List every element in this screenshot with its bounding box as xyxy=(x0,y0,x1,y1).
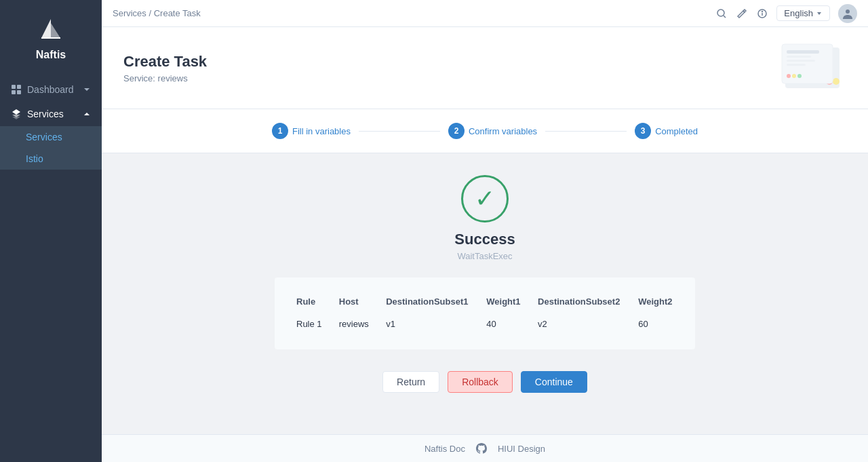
success-title: Success xyxy=(454,231,515,248)
info-icon[interactable] xyxy=(756,7,768,20)
svg-rect-4 xyxy=(17,85,21,89)
svg-rect-24 xyxy=(787,60,815,62)
svg-marker-0 xyxy=(41,19,51,38)
svg-line-8 xyxy=(724,16,726,18)
sidebar: Naftis Dashboard Servi xyxy=(0,0,102,462)
cell-w2: 60 xyxy=(630,312,682,336)
breadcrumb: Services / Create Task xyxy=(113,8,201,18)
svg-rect-22 xyxy=(787,50,819,54)
success-section: ✓ Success WaitTaskExec xyxy=(454,175,515,261)
sidebar-item-dashboard-label: Dashboard xyxy=(27,84,74,95)
table-row: Rule 1 reviews v1 40 v2 60 xyxy=(288,312,682,336)
action-buttons: Return Rollback Continue xyxy=(382,371,587,393)
step-1-circle: 1 xyxy=(272,123,288,139)
edit-icon[interactable] xyxy=(736,7,748,20)
content-area: Create Task Service: reviews xyxy=(102,27,868,462)
col-ds2: DestinationSubset2 xyxy=(530,291,630,312)
main-content: ✓ Success WaitTaskExec Rule Host Destina… xyxy=(102,153,868,434)
step-line-2 xyxy=(545,131,627,132)
sidebar-sub-item-services-label: Services xyxy=(26,132,62,142)
page-subtitle: Service: reviews xyxy=(123,73,207,83)
chevron-up-icon xyxy=(83,110,91,118)
svg-point-12 xyxy=(846,9,850,14)
footer: Naftis Doc HIUI Design xyxy=(102,434,868,462)
main-area: Services / Create Task xyxy=(102,0,868,462)
rollback-button[interactable]: Rollback xyxy=(448,371,513,393)
steps-container: 1 Fill in variables 2 Confirm variables … xyxy=(102,109,868,153)
steps: 1 Fill in variables 2 Confirm variables … xyxy=(272,123,698,139)
svg-rect-5 xyxy=(12,90,16,94)
step-2-circle: 2 xyxy=(448,123,465,139)
sidebar-item-dashboard[interactable]: Dashboard xyxy=(0,77,102,102)
result-table: Rule Host DestinationSubset1 Weight1 Des… xyxy=(288,291,682,336)
footer-design: HIUI Design xyxy=(498,444,545,454)
step-3-label: Completed xyxy=(655,126,698,136)
svg-rect-23 xyxy=(787,56,811,58)
step-3: 3 Completed xyxy=(635,123,698,139)
page-header: Create Task Service: reviews xyxy=(102,27,868,109)
checkmark-icon: ✓ xyxy=(475,185,495,213)
sidebar-item-services[interactable]: Services xyxy=(0,102,102,126)
cell-ds1: v1 xyxy=(378,312,478,336)
step-2: 2 Confirm variables xyxy=(448,123,537,139)
grid-icon xyxy=(11,84,22,95)
continue-button[interactable]: Continue xyxy=(521,371,587,393)
svg-point-7 xyxy=(717,9,724,16)
svg-rect-3 xyxy=(12,85,16,89)
page-illustration xyxy=(778,41,846,95)
sidebar-sub-item-istio-label: Istio xyxy=(26,153,43,164)
step-line-1 xyxy=(359,131,440,132)
result-table-container: Rule Host DestinationSubset1 Weight1 Des… xyxy=(275,277,695,349)
svg-rect-25 xyxy=(787,64,806,66)
search-icon[interactable] xyxy=(715,7,728,20)
cell-w1: 40 xyxy=(478,312,530,336)
cell-ds2: v2 xyxy=(530,312,630,336)
sidebar-navigation: Dashboard Services Services Istio xyxy=(0,72,102,462)
topbar-actions: English xyxy=(715,4,857,23)
language-button[interactable]: English xyxy=(776,5,830,21)
step-1: 1 Fill in variables xyxy=(272,123,351,139)
sidebar-logo: Naftis xyxy=(0,0,102,72)
layers-icon xyxy=(11,109,22,119)
col-w1: Weight1 xyxy=(478,291,530,312)
sidebar-item-services-label: Services xyxy=(27,109,64,119)
svg-marker-1 xyxy=(51,23,60,38)
cell-host: reviews xyxy=(331,312,378,336)
success-icon-wrapper: ✓ xyxy=(461,175,509,223)
svg-point-28 xyxy=(797,74,802,78)
svg-rect-6 xyxy=(17,90,21,94)
step-1-label: Fill in variables xyxy=(292,126,351,136)
svg-point-11 xyxy=(762,11,763,12)
github-icon xyxy=(476,443,487,454)
svg-point-26 xyxy=(787,74,791,78)
avatar[interactable] xyxy=(838,4,857,23)
svg-point-27 xyxy=(792,74,796,78)
footer-github xyxy=(476,443,487,454)
sail-icon xyxy=(37,16,64,43)
app-name: Naftis xyxy=(36,49,66,61)
col-ds1: DestinationSubset1 xyxy=(378,291,478,312)
col-host: Host xyxy=(331,291,378,312)
success-subtitle: WaitTaskExec xyxy=(457,251,512,261)
lang-chevron-icon xyxy=(816,10,823,17)
language-label: English xyxy=(784,8,813,18)
step-2-label: Confirm variables xyxy=(469,126,537,136)
footer-doc: Naftis Doc xyxy=(425,444,465,454)
sidebar-sub-item-services[interactable]: Services xyxy=(0,126,102,148)
return-button[interactable]: Return xyxy=(382,371,439,393)
col-rule: Rule xyxy=(288,291,331,312)
step-3-circle: 3 xyxy=(635,123,651,139)
topbar: Services / Create Task xyxy=(102,0,868,27)
sidebar-sub-item-istio[interactable]: Istio xyxy=(0,148,102,170)
svg-point-19 xyxy=(833,78,840,85)
page-title: Create Task xyxy=(123,53,207,71)
col-w2: Weight2 xyxy=(630,291,682,312)
chevron-down-icon xyxy=(83,85,91,94)
cell-rule: Rule 1 xyxy=(288,312,331,336)
